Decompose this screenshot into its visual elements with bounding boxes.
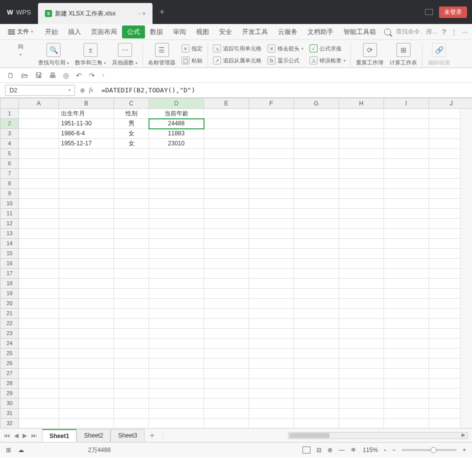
- row-header[interactable]: 15: [0, 249, 19, 259]
- cell[interactable]: [294, 209, 339, 219]
- cell[interactable]: [384, 299, 429, 309]
- cell[interactable]: [339, 419, 384, 429]
- cell[interactable]: [339, 179, 384, 189]
- cell[interactable]: [114, 359, 149, 369]
- cell[interactable]: [149, 259, 204, 269]
- cell[interactable]: [59, 389, 114, 399]
- cell[interactable]: [249, 209, 294, 219]
- qa-open-icon[interactable]: 🗁: [21, 71, 28, 79]
- cell[interactable]: [59, 359, 114, 369]
- cell[interactable]: [204, 389, 249, 399]
- cell[interactable]: [294, 389, 339, 399]
- cell[interactable]: [19, 349, 59, 359]
- cell[interactable]: [384, 399, 429, 409]
- hscroll-thumb[interactable]: [290, 433, 330, 438]
- row-header[interactable]: 13: [0, 229, 19, 239]
- cell[interactable]: [249, 139, 294, 149]
- cell[interactable]: [249, 419, 294, 429]
- cell[interactable]: [294, 289, 339, 299]
- cell[interactable]: [204, 209, 249, 219]
- cell[interactable]: [384, 259, 429, 269]
- cell[interactable]: [384, 329, 429, 339]
- cell[interactable]: [294, 349, 339, 359]
- cell[interactable]: 当前年龄: [149, 109, 204, 119]
- cell[interactable]: [249, 179, 294, 189]
- zoom-slider[interactable]: [402, 449, 456, 451]
- cell[interactable]: [339, 189, 384, 199]
- cell[interactable]: [19, 129, 59, 139]
- cell[interactable]: [59, 329, 114, 339]
- cell[interactable]: [114, 289, 149, 299]
- cell[interactable]: [204, 239, 249, 249]
- cell[interactable]: [59, 289, 114, 299]
- cell[interactable]: [114, 279, 149, 289]
- cell[interactable]: [384, 159, 429, 169]
- cell[interactable]: [59, 229, 114, 239]
- column-header[interactable]: F: [249, 98, 294, 109]
- ribbon-recalc-workbook[interactable]: ⟳重算工作簿: [356, 43, 384, 66]
- row-header[interactable]: 7: [0, 169, 19, 179]
- zoom-value[interactable]: 115%: [362, 447, 378, 454]
- cell[interactable]: [384, 189, 429, 199]
- cell[interactable]: [204, 289, 249, 299]
- cell[interactable]: [149, 359, 204, 369]
- cell[interactable]: [59, 339, 114, 349]
- cell[interactable]: [149, 399, 204, 409]
- cell[interactable]: [114, 369, 149, 379]
- cell[interactable]: [149, 149, 204, 159]
- cell[interactable]: [149, 299, 204, 309]
- cell[interactable]: [204, 139, 249, 149]
- cell[interactable]: [59, 369, 114, 379]
- qa-print-icon[interactable]: 🖶: [49, 71, 56, 79]
- cell[interactable]: [339, 109, 384, 119]
- cell[interactable]: [204, 309, 249, 319]
- row-header[interactable]: 16: [0, 259, 19, 269]
- cell[interactable]: [59, 239, 114, 249]
- cell[interactable]: [149, 199, 204, 209]
- cell[interactable]: [294, 169, 339, 179]
- cell[interactable]: [19, 329, 59, 339]
- cell[interactable]: [249, 399, 294, 409]
- cell[interactable]: [149, 209, 204, 219]
- cell[interactable]: [19, 119, 59, 129]
- row-header[interactable]: 10: [0, 199, 19, 209]
- cell[interactable]: [59, 299, 114, 309]
- cell[interactable]: [149, 279, 204, 289]
- cell[interactable]: 24488: [149, 119, 204, 129]
- cell[interactable]: [339, 299, 384, 309]
- column-header[interactable]: J: [429, 98, 472, 109]
- cell[interactable]: [249, 319, 294, 329]
- cell[interactable]: [149, 219, 204, 229]
- cell[interactable]: [149, 239, 204, 249]
- row-header[interactable]: 5: [0, 149, 19, 159]
- cell[interactable]: [294, 239, 339, 249]
- cell[interactable]: [149, 319, 204, 329]
- cell[interactable]: [114, 229, 149, 239]
- cell[interactable]: [114, 409, 149, 419]
- menu-item-安全[interactable]: 安全: [214, 25, 237, 38]
- cell[interactable]: [19, 289, 59, 299]
- cell[interactable]: [19, 179, 59, 189]
- cell[interactable]: [294, 179, 339, 189]
- ribbon-paste[interactable]: 📋粘贴: [182, 55, 202, 66]
- cell[interactable]: [59, 159, 114, 169]
- cell[interactable]: [204, 349, 249, 359]
- cell[interactable]: [339, 169, 384, 179]
- ribbon-trace-precedents[interactable]: ↘追踪引用单元格: [213, 43, 262, 54]
- cell[interactable]: [59, 349, 114, 359]
- cell[interactable]: [59, 249, 114, 259]
- cell[interactable]: [149, 419, 204, 429]
- row-header[interactable]: 30: [0, 399, 19, 409]
- menu-item-页面布局[interactable]: 页面布局: [86, 25, 122, 38]
- ribbon-name-manager[interactable]: ☰名称管理器: [148, 43, 176, 66]
- column-header[interactable]: B: [59, 98, 114, 109]
- cell[interactable]: [204, 109, 249, 119]
- column-header[interactable]: A: [19, 98, 59, 109]
- cell[interactable]: [384, 169, 429, 179]
- cell[interactable]: [149, 189, 204, 199]
- cell[interactable]: [339, 379, 384, 389]
- cell[interactable]: [384, 339, 429, 349]
- cell[interactable]: [294, 359, 339, 369]
- cell[interactable]: [114, 349, 149, 359]
- cell[interactable]: [339, 389, 384, 399]
